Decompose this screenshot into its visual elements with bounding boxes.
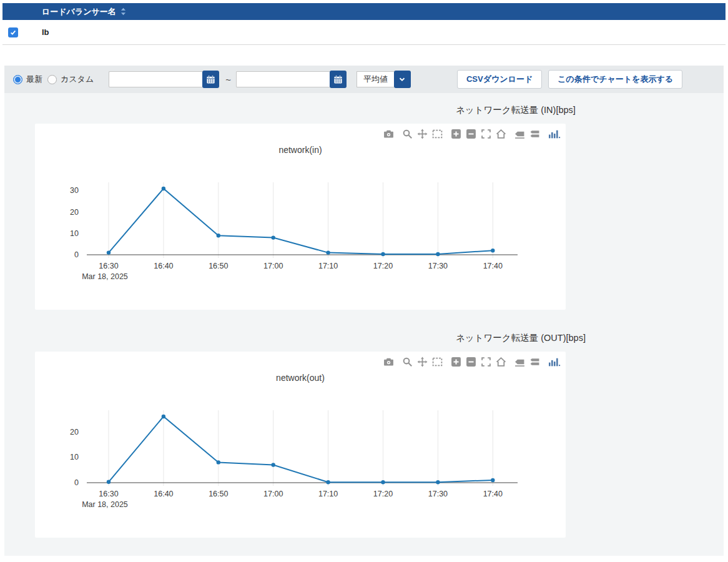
svg-text:16:50: 16:50 (209, 262, 228, 270)
date-to-calendar-button[interactable] (330, 71, 347, 88)
svg-text:30: 30 (70, 186, 79, 195)
svg-text:16:30: 16:30 (99, 262, 118, 270)
radio-custom-control[interactable] (47, 75, 57, 84)
svg-text:17:00: 17:00 (263, 490, 283, 498)
aggregation-select-button[interactable] (394, 71, 411, 88)
zoom-out-icon[interactable] (466, 129, 476, 139)
line-chart-plot[interactable]: 0102016:3016:4016:5017:0017:1017:2017:30… (35, 385, 566, 510)
aggregation-select[interactable]: 平均値 (357, 71, 411, 88)
svg-text:20: 20 (70, 208, 79, 217)
hover-closest-icon[interactable] (514, 357, 525, 367)
date-to-group (236, 71, 347, 88)
apply-chart-button[interactable]: この条件でチャートを表示する (548, 70, 682, 89)
radio-latest[interactable]: 最新 (13, 74, 42, 85)
plotly-logo-icon[interactable] (548, 129, 561, 139)
zoom-in-icon[interactable] (451, 129, 461, 139)
charts-container: ネットワーク転送量 (IN)[bps] (4, 104, 724, 538)
chart-section: ネットワーク転送量 (OUT)[bps] (4, 332, 724, 538)
chart-section-title: ネットワーク転送量 (IN)[bps] (456, 104, 724, 116)
calendar-icon (206, 75, 215, 84)
plotly-logo-icon[interactable] (548, 357, 561, 367)
chart-modebar (375, 129, 561, 139)
table-header-row: ロードバランサー名 (2, 3, 726, 20)
date-from-calendar-button[interactable] (202, 71, 219, 88)
svg-text:17:20: 17:20 (373, 490, 393, 498)
date-from-input[interactable] (109, 71, 202, 87)
svg-text:17:10: 17:10 (318, 262, 338, 270)
chart-title: network(out) (35, 373, 566, 385)
svg-text:16:30: 16:30 (99, 490, 118, 498)
svg-text:17:40: 17:40 (483, 262, 503, 270)
aggregation-select-value: 平均値 (357, 71, 394, 87)
zoom-in-icon[interactable] (451, 357, 461, 367)
svg-text:16:50: 16:50 (209, 490, 228, 498)
chart-modebar (375, 357, 561, 367)
radio-latest-label: 最新 (26, 74, 42, 85)
compare-data-icon[interactable] (529, 129, 540, 139)
sort-arrows-icon[interactable] (121, 7, 126, 16)
svg-text:17:10: 17:10 (318, 490, 338, 498)
svg-text:20: 20 (70, 428, 79, 436)
box-select-icon[interactable] (432, 357, 443, 367)
radio-custom-label: カスタム (61, 74, 94, 85)
camera-icon[interactable] (383, 357, 394, 367)
svg-text:17:20: 17:20 (373, 262, 393, 270)
csv-download-button[interactable]: CSVダウンロード (457, 70, 542, 89)
autoscale-icon[interactable] (481, 357, 491, 367)
radio-latest-control[interactable] (13, 75, 22, 84)
chart-card: network(in) 010203016:3016:4016:5017:001… (35, 124, 566, 310)
toolbar-actions: CSVダウンロード この条件でチャートを表示する (457, 70, 682, 89)
date-to-input[interactable] (236, 71, 330, 87)
svg-text:10: 10 (70, 229, 79, 238)
box-select-icon[interactable] (432, 129, 443, 139)
loadbalancer-table: ロードバランサー名 lb (2, 3, 726, 45)
svg-text:0: 0 (74, 478, 79, 487)
svg-text:10: 10 (70, 453, 79, 461)
svg-text:Mar 18, 2025: Mar 18, 2025 (82, 500, 128, 509)
svg-text:Mar 18, 2025: Mar 18, 2025 (82, 272, 128, 281)
zoom-out-icon[interactable] (466, 357, 476, 367)
svg-text:17:40: 17:40 (483, 490, 503, 498)
column-header-loadbalancer-name: ロードバランサー名 (42, 6, 116, 17)
chevron-down-icon (398, 75, 406, 84)
chart-card: network(out) 0102016:3016:4016:5017:0017… (35, 352, 566, 538)
date-range-separator: ~ (225, 74, 231, 85)
radio-custom[interactable]: カスタム (47, 74, 94, 85)
reset-axes-icon[interactable] (496, 129, 506, 139)
chart-toolbar: 最新 カスタム (4, 66, 724, 93)
chart-section-title: ネットワーク転送量 (OUT)[bps] (456, 332, 724, 344)
pan-icon[interactable] (417, 129, 428, 139)
chart-section: ネットワーク転送量 (IN)[bps] (4, 104, 724, 310)
svg-text:17:00: 17:00 (263, 262, 283, 270)
svg-text:17:30: 17:30 (428, 262, 448, 270)
svg-text:17:30: 17:30 (428, 490, 448, 498)
monitoring-panel: 最新 カスタム (4, 66, 724, 556)
line-chart-plot[interactable]: 010203016:3016:4016:5017:0017:1017:2017:… (35, 157, 566, 282)
chart-title: network(in) (35, 145, 566, 157)
pan-icon[interactable] (417, 357, 428, 367)
compare-data-icon[interactable] (529, 357, 540, 367)
svg-text:0: 0 (74, 250, 79, 259)
svg-text:16:40: 16:40 (154, 262, 173, 270)
svg-text:16:40: 16:40 (154, 490, 173, 498)
camera-icon[interactable] (383, 129, 394, 139)
check-icon (9, 29, 17, 36)
hover-closest-icon[interactable] (514, 129, 525, 139)
autoscale-icon[interactable] (481, 129, 491, 139)
calendar-icon (333, 75, 343, 84)
zoom-icon[interactable] (402, 129, 413, 139)
row-checkbox[interactable] (8, 27, 18, 37)
reset-axes-icon[interactable] (496, 357, 506, 367)
date-from-group (109, 71, 219, 88)
row-loadbalancer-name: lb (42, 27, 49, 37)
zoom-icon[interactable] (402, 357, 413, 367)
table-row[interactable]: lb (2, 20, 726, 45)
